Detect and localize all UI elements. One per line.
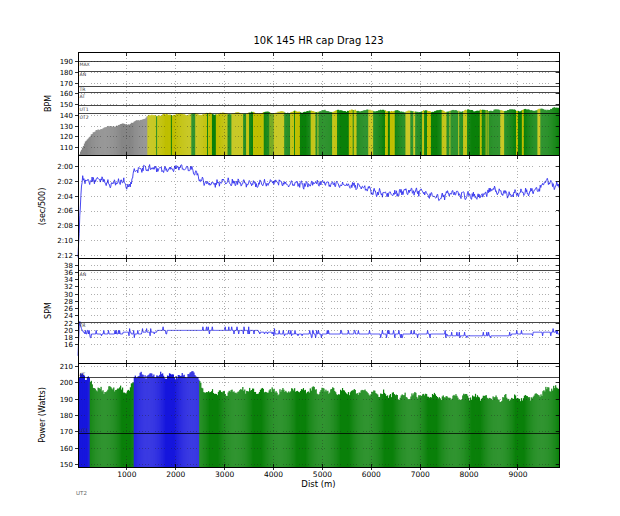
- subplot-stroke-rate: ANTR383634323028262422201816SPM: [44, 258, 559, 363]
- svg-text:160: 160: [60, 90, 73, 98]
- svg-text:SPM: SPM: [44, 302, 53, 319]
- svg-text:170: 170: [60, 428, 73, 436]
- svg-text:7000: 7000: [411, 470, 430, 479]
- svg-text:2:04: 2:04: [57, 193, 73, 201]
- x-axis-label: Dist (m): [78, 479, 559, 489]
- svg-text:2:00: 2:00: [57, 163, 73, 171]
- svg-text:9000: 9000: [508, 470, 527, 479]
- subplot-pace: 2:002:022:042:062:082:102:12(sec/500): [38, 155, 559, 260]
- svg-text:180: 180: [60, 69, 73, 77]
- svg-text:TR: TR: [79, 87, 87, 92]
- svg-text:170: 170: [60, 80, 73, 88]
- workout-plots: MAXANTRATUT1UT21901801701601501401301201…: [0, 0, 620, 516]
- subplot-power: ATUT121020019018017016015010002000300040…: [38, 363, 559, 479]
- svg-text:150: 150: [60, 101, 73, 109]
- svg-text:150: 150: [60, 461, 73, 469]
- svg-text:AT: AT: [80, 372, 86, 377]
- workout-figure: MAXANTRATUT1UT21901801701601501401301201…: [0, 0, 620, 516]
- svg-text:Power (Watts): Power (Watts): [38, 387, 47, 443]
- svg-text:MAX: MAX: [80, 62, 90, 67]
- svg-text:2000: 2000: [166, 470, 185, 479]
- svg-text:4000: 4000: [264, 470, 283, 479]
- svg-text:6000: 6000: [362, 470, 381, 479]
- svg-text:190: 190: [60, 58, 73, 66]
- svg-text:210: 210: [60, 363, 73, 371]
- svg-text:1000: 1000: [117, 470, 136, 479]
- svg-text:TR: TR: [79, 323, 87, 328]
- svg-text:2:02: 2:02: [57, 178, 73, 186]
- svg-text:140: 140: [60, 112, 73, 120]
- svg-text:130: 130: [60, 123, 73, 131]
- svg-text:5000: 5000: [313, 470, 332, 479]
- svg-text:AN: AN: [80, 72, 87, 77]
- chart-title: 10K 145 HR cap Drag 123: [78, 35, 559, 46]
- svg-text:UT1: UT1: [80, 107, 89, 112]
- svg-text:UT2: UT2: [80, 115, 89, 120]
- svg-text:160: 160: [60, 445, 73, 453]
- footer-zone-note: UT2: [76, 490, 87, 496]
- svg-text:AT: AT: [80, 94, 86, 99]
- svg-text:BPM: BPM: [44, 95, 53, 112]
- svg-text:2:06: 2:06: [57, 207, 73, 215]
- svg-text:(sec/500): (sec/500): [38, 188, 47, 226]
- svg-text:200: 200: [60, 379, 73, 387]
- svg-text:AN: AN: [80, 272, 87, 277]
- subplot-heart-rate: MAXANTRATUT1UT21901801701601501401301201…: [44, 52, 559, 155]
- svg-text:UT1: UT1: [80, 428, 89, 433]
- svg-text:2:10: 2:10: [57, 237, 73, 245]
- svg-text:2:08: 2:08: [57, 222, 73, 230]
- svg-text:190: 190: [60, 396, 73, 404]
- svg-text:3000: 3000: [215, 470, 234, 479]
- svg-text:180: 180: [60, 412, 73, 420]
- svg-text:110: 110: [60, 144, 73, 152]
- svg-text:8000: 8000: [460, 470, 479, 479]
- svg-text:16: 16: [64, 341, 73, 349]
- svg-text:120: 120: [60, 133, 73, 141]
- svg-text:2:12: 2:12: [57, 252, 73, 260]
